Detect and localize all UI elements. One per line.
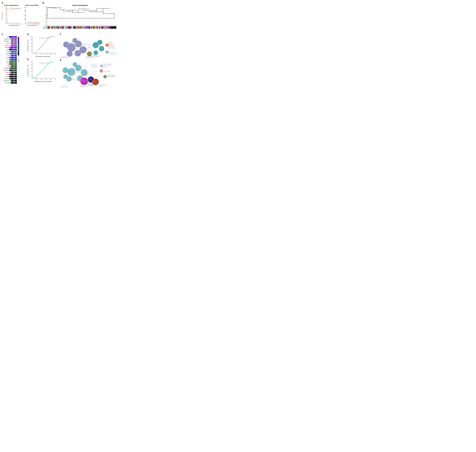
label-darkred: Darkred <box>2 76 9 77</box>
swatch-lightyellow <box>9 40 11 42</box>
svg-point-361 <box>52 62 53 62</box>
svg-rect-121 <box>50 26 50 29</box>
svg-rect-162 <box>81 26 82 29</box>
heatmap-row-red: Red (0.3) -0.26 <box>2 63 17 65</box>
svg-rect-179 <box>94 26 94 29</box>
label-midnightblue: Midnightblue <box>2 70 9 71</box>
cell-red: (0.3) -0.26 <box>11 63 17 65</box>
svg-text:1: 1 <box>26 7 26 7</box>
svg-text:0.8: 0.8 <box>31 64 32 66</box>
svg-point-252 <box>44 43 45 43</box>
svg-text:2: 2 <box>26 15 27 16</box>
svg-rect-194 <box>105 26 106 29</box>
cell-royalblue: (0.2) -0.43 <box>11 67 17 69</box>
cell-lightyellow: (0.02) 0.65 <box>11 40 17 42</box>
svg-rect-199 <box>109 26 109 29</box>
svg-rect-152 <box>73 26 74 29</box>
svg-point-253 <box>44 44 45 44</box>
panel-d-xlabel: Membership in blue module <box>27 56 59 57</box>
svg-rect-126 <box>54 26 54 29</box>
svg-text:0.8: 0.8 <box>45 18 47 19</box>
svg-point-334 <box>44 69 45 69</box>
svg-text:-0.2: -0.2 <box>5 20 7 21</box>
svg-text:0: 0 <box>31 53 32 54</box>
cell-green: (0.4) -0.17 <box>11 61 17 63</box>
svg-rect-175 <box>90 26 91 29</box>
panel-g-label: G <box>60 59 117 61</box>
svg-rect-192 <box>103 26 104 29</box>
heatmap-row-grey60: Grey 60 (0.3) 0.36 <box>2 53 17 55</box>
svg-point-319 <box>40 74 41 74</box>
svg-text:30: 30 <box>20 24 21 25</box>
svg-rect-136 <box>61 26 62 29</box>
label-magenta: Magenta <box>2 47 9 48</box>
svg-text:0.7: 0.7 <box>45 22 47 23</box>
svg-text:cell proliferation: cell proliferation <box>91 66 98 67</box>
panel-e: E Gene significance on time 0 0.2 0.4 0.… <box>27 58 59 82</box>
label-greenyellow: Greenyellow <box>2 80 9 81</box>
svg-text:16: 16 <box>33 22 34 23</box>
heatmap-row-darkgreen: Darkgreen (0.03) -0.62 <box>2 78 17 80</box>
scatter-e-svg: 0 0.2 0.4 0.6 0.8 1.0 0.2 0.4 0.6 0.8 1.… <box>29 61 56 81</box>
svg-rect-123 <box>51 26 52 29</box>
svg-rect-207 <box>115 26 116 29</box>
svg-point-302 <box>34 78 35 78</box>
svg-text:Negative: Negative <box>109 42 113 43</box>
svg-point-349 <box>48 64 49 65</box>
svg-text:5: 5 <box>28 24 28 25</box>
heatmap-row-royalblue: Royalblue (0.2) -0.43 <box>2 67 17 69</box>
svg-text:5: 5 <box>9 24 9 25</box>
heatmap-row-green: Green (0.4) -0.17 <box>2 61 17 63</box>
label-lightyellow: Lightyellow <box>2 40 9 42</box>
swatch-salmon <box>9 72 11 73</box>
cell-cyan: (0.3) 0.38 <box>11 51 17 52</box>
heatmap-row-grey: Grey (0.6) 0.021 <box>2 59 17 61</box>
svg-text:22: 22 <box>17 8 18 9</box>
svg-rect-139 <box>63 26 64 29</box>
svg-rect-165 <box>83 26 83 29</box>
svg-text:1.0: 1.0 <box>55 79 56 80</box>
svg-text:reticulum stress: reticulum stress <box>109 47 116 49</box>
svg-rect-200 <box>109 26 110 29</box>
svg-point-333 <box>44 68 44 68</box>
legend-max: 1 <box>18 36 19 37</box>
heatmap-row-turquoise: Turquoise (5e-05) -0.9 <box>2 82 17 84</box>
swatch-black <box>9 49 11 50</box>
svg-point-354 <box>50 62 50 62</box>
svg-point-251 <box>44 43 44 44</box>
heatmap-row-tan: Tan (0.2) -0.35 <box>2 65 17 67</box>
heatmap-row-blue: Blue (7e-07) 0.96 <box>2 36 17 38</box>
svg-point-261 <box>47 39 47 40</box>
swatch-tan <box>9 65 11 67</box>
svg-rect-133 <box>59 26 60 29</box>
svg-point-323 <box>41 71 41 72</box>
panel-f: F <box>60 33 117 58</box>
svg-rect-163 <box>82 26 82 29</box>
svg-point-224 <box>35 52 35 53</box>
cell-greenyellow: (0.03) -0.63 <box>11 80 17 81</box>
svg-point-324 <box>41 71 42 71</box>
panel-d-chart-wrapper: Gene significance on time 0 0.2 0.4 0.6 … <box>27 36 59 56</box>
swatch-red <box>9 63 11 65</box>
swatch-cyan <box>9 51 11 52</box>
svg-text:organization: organization <box>103 66 108 67</box>
svg-text:hydrolase activity: hydrolase activity <box>60 86 68 87</box>
label-salmon: Salmon <box>2 72 9 73</box>
panel-fg: F <box>59 33 118 88</box>
svg-point-312 <box>38 74 38 75</box>
svg-point-223 <box>34 53 34 53</box>
svg-point-301 <box>34 77 34 78</box>
svg-rect-170 <box>87 26 88 29</box>
svg-text:0.4: 0.4 <box>5 12 7 13</box>
heatmap-legend: 1 0 -1 Time <box>17 36 20 84</box>
svg-point-250 <box>44 44 44 45</box>
svg-rect-160 <box>79 26 80 29</box>
heatmap-row-cyan: Cyan (0.3) 0.38 <box>2 50 17 53</box>
svg-text:Soft threshold (power): Soft threshold (power) <box>27 25 38 26</box>
svg-text:0.6: 0.6 <box>5 9 7 10</box>
cluster-dendrogram-title: Cluster dendrogram <box>43 4 117 6</box>
network-f-svg: Cholesterol biosynthetic process Isopren… <box>60 36 116 58</box>
cell-yellow: (0.03) 0.64 <box>11 42 17 44</box>
label-royalblue: Royalblue <box>2 68 9 69</box>
svg-rect-143 <box>66 26 67 29</box>
